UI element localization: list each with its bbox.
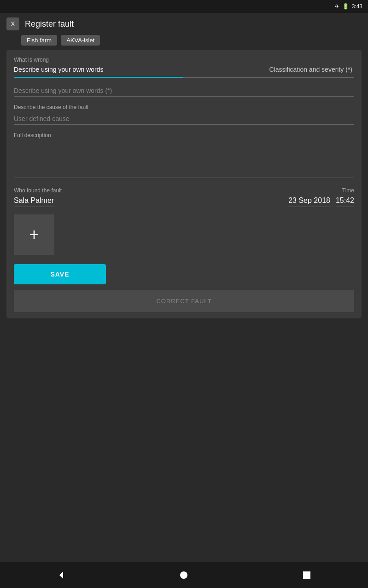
home-button[interactable] (178, 570, 189, 581)
save-button[interactable]: SAVE (14, 264, 106, 284)
cause-input[interactable] (14, 113, 354, 125)
header: X Register fault (0, 13, 368, 33)
tab-describe-own-words[interactable]: Describe using your own words (14, 66, 183, 78)
full-description-label: Full description (14, 132, 354, 138)
breadcrumb-akva-islet[interactable]: AKVA-islet (61, 35, 100, 46)
back-button[interactable] (56, 570, 67, 581)
form-card: What is wrong Describe using your own wo… (6, 50, 362, 318)
battery-icon: 🔋 (342, 3, 349, 10)
close-button[interactable]: X (6, 17, 19, 30)
svg-rect-2 (303, 571, 310, 579)
full-description-field-group: Full description (14, 132, 354, 180)
time-label: Time (262, 187, 354, 194)
breadcrumb: Fish farm AKVA-islet (0, 33, 368, 50)
recents-button[interactable] (301, 570, 312, 581)
tab-classification[interactable]: Classification and severity (*) (183, 66, 355, 77)
add-photo-button[interactable]: + (14, 214, 54, 255)
who-found-col: Who found the fault Sala Palmer (14, 187, 253, 207)
status-icons: ✈ 🔋 3:43 (335, 3, 362, 10)
svg-marker-0 (59, 571, 63, 579)
home-icon (178, 570, 189, 581)
cause-label: Describe the cause of the fault (14, 104, 354, 110)
what-is-wrong-label: What is wrong (14, 57, 354, 63)
plus-icon: + (29, 226, 39, 243)
nav-bar (0, 562, 368, 588)
date-value: 23 Sep 2018 (288, 196, 330, 207)
description-field-group (14, 85, 354, 97)
save-button-container: SAVE (14, 255, 354, 284)
time-value: 15:42 (336, 196, 354, 207)
airplane-icon: ✈ (335, 3, 339, 10)
full-description-input[interactable] (14, 141, 354, 178)
cause-field-group: Describe the cause of the fault (14, 104, 354, 125)
svg-point-1 (180, 571, 187, 579)
tabs-row: Describe using your own words Classifica… (14, 66, 354, 78)
back-icon (56, 570, 67, 581)
who-found-label: Who found the fault (14, 187, 253, 194)
description-input[interactable] (14, 85, 354, 97)
time-col: Time 23 Sep 2018 15:42 (262, 187, 354, 207)
time-row: 23 Sep 2018 15:42 (262, 196, 354, 207)
who-found-time-row: Who found the fault Sala Palmer Time 23 … (14, 187, 354, 207)
time-display: 3:43 (352, 3, 362, 10)
recents-icon (301, 570, 312, 581)
person-name: Sala Palmer (14, 196, 54, 207)
page-title: Register fault (25, 19, 74, 29)
correct-fault-button[interactable]: CORRECT FAULT (14, 290, 354, 312)
status-bar: ✈ 🔋 3:43 (0, 0, 368, 13)
breadcrumb-fish-farm[interactable]: Fish farm (21, 35, 57, 46)
